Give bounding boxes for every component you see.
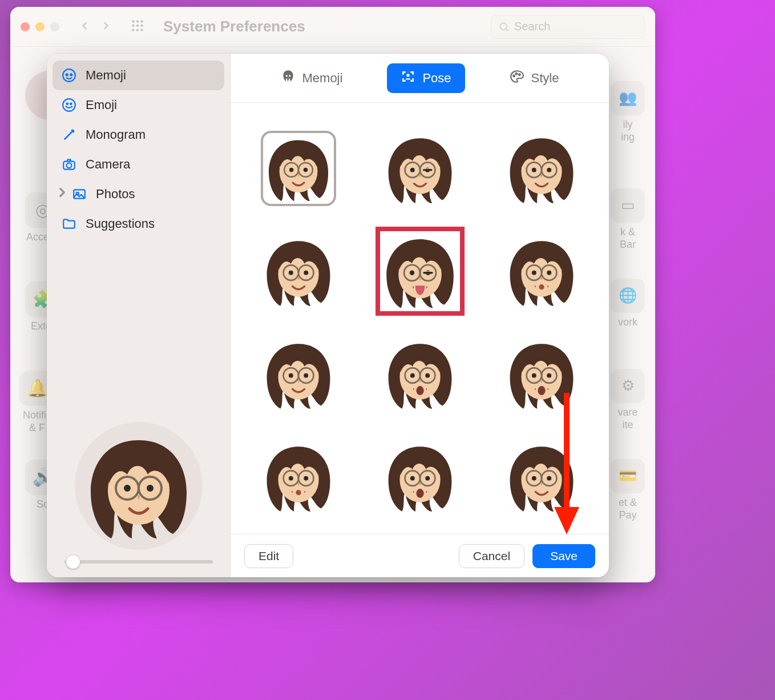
save-button[interactable]: Save <box>532 544 595 568</box>
svg-line-31 <box>64 130 73 139</box>
pose-option[interactable] <box>382 336 458 412</box>
pose-option[interactable] <box>261 439 336 514</box>
zoom-slider[interactable] <box>64 560 213 564</box>
sidebar-item-monogram[interactable]: Monogram <box>53 120 224 150</box>
svg-point-37 <box>285 75 287 77</box>
svg-point-26 <box>66 73 68 76</box>
monogram-icon <box>62 127 76 142</box>
edit-button[interactable]: Edit <box>244 544 293 568</box>
sidebar-item-suggestions[interactable]: Suggestions <box>53 209 224 239</box>
pose-option[interactable] <box>261 336 336 412</box>
sidebar-item-memoji[interactable]: Memoji <box>53 61 224 90</box>
avatar-preview <box>75 422 203 550</box>
tab-label: Pose <box>422 71 451 86</box>
chevron-right-icon <box>55 185 63 203</box>
pose-frame-icon <box>401 69 415 87</box>
annotation-arrow <box>550 393 584 541</box>
svg-point-38 <box>289 75 290 77</box>
memoji-icon <box>62 68 76 83</box>
sidebar-item-label: Monogram <box>86 127 146 142</box>
emoji-icon <box>62 98 76 112</box>
svg-point-28 <box>63 99 75 111</box>
svg-point-30 <box>70 103 72 105</box>
svg-marker-44 <box>554 507 579 534</box>
svg-point-39 <box>407 74 410 77</box>
camera-icon <box>62 157 76 172</box>
tab-style[interactable]: Style <box>496 63 573 93</box>
sidebar-item-label: Suggestions <box>86 216 155 231</box>
pose-option[interactable] <box>504 234 579 309</box>
photos-icon <box>72 187 87 202</box>
memoji-head-icon <box>281 69 296 87</box>
folder-icon <box>62 216 76 231</box>
tab-pose[interactable]: Pose <box>387 63 465 93</box>
tab-bar: Memoji Pose Style <box>231 54 609 103</box>
svg-point-40 <box>513 75 515 77</box>
sidebar-item-camera[interactable]: Camera <box>53 150 224 179</box>
sidebar-item-label: Photos <box>96 187 135 202</box>
svg-point-41 <box>515 73 517 74</box>
tab-label: Style <box>531 71 559 86</box>
tab-label: Memoji <box>302 71 343 86</box>
svg-point-42 <box>518 74 520 75</box>
pose-option[interactable] <box>382 131 458 206</box>
avatar-source-sidebar: Memoji Emoji Monogram Camera <box>47 54 231 577</box>
pose-option[interactable] <box>380 231 460 311</box>
svg-point-27 <box>70 73 72 76</box>
avatar-picker-modal: Memoji Emoji Monogram Camera <box>47 54 609 577</box>
tab-memoji[interactable]: Memoji <box>267 63 357 93</box>
sidebar-item-emoji[interactable]: Emoji <box>53 90 224 120</box>
sidebar-item-photos[interactable]: Photos <box>53 179 224 209</box>
pose-option[interactable] <box>261 234 336 309</box>
svg-point-29 <box>66 103 68 105</box>
cancel-button[interactable]: Cancel <box>459 544 524 568</box>
svg-point-34 <box>67 163 72 168</box>
palette-icon <box>510 69 524 87</box>
sidebar-item-label: Camera <box>86 157 130 172</box>
pose-option[interactable] <box>261 131 336 206</box>
sidebar-item-label: Memoji <box>86 68 126 83</box>
svg-point-25 <box>63 69 75 82</box>
sidebar-item-label: Emoji <box>86 98 117 112</box>
pose-option[interactable] <box>504 131 579 206</box>
pose-option[interactable] <box>382 439 458 514</box>
